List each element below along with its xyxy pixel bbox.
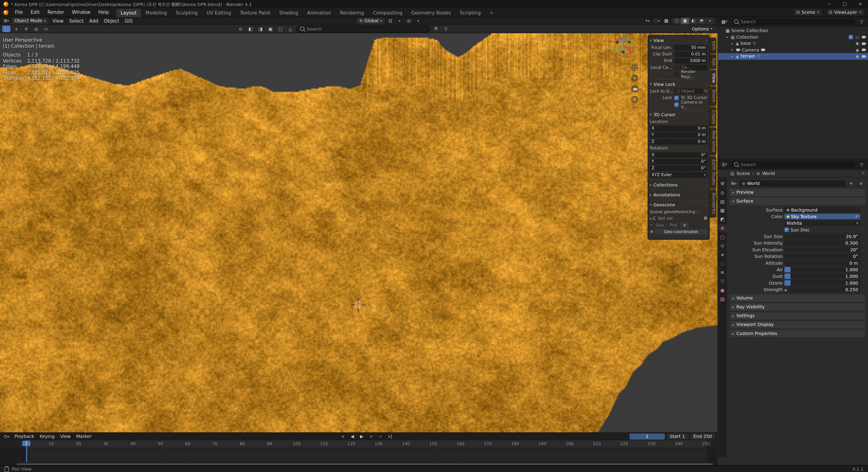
- blender-menu-icon[interactable]: [3, 10, 8, 15]
- panel-grip-icon[interactable]: ⠿: [705, 113, 708, 117]
- xray-toggle-icon[interactable]: ▩: [662, 18, 671, 24]
- timeline-menu-view[interactable]: View: [57, 434, 73, 439]
- sun-disc-checkbox[interactable]: ✓: [784, 228, 789, 232]
- panel-annotations-header[interactable]: ▸ Annotations ⠿: [650, 191, 708, 198]
- prop-value-air[interactable]: 1.000: [784, 267, 860, 273]
- gis-layer-icon-5[interactable]: △: [286, 26, 294, 32]
- editor-type-icon[interactable]: ⊞▾: [2, 18, 11, 24]
- gis-layer-icon-1[interactable]: ◧: [246, 26, 255, 32]
- jump-to-end-button[interactable]: »|: [386, 433, 394, 440]
- viewlayer-selector[interactable]: ▥ ViewLayer ×: [826, 8, 865, 16]
- workspace-tab-compositing[interactable]: Compositing: [368, 8, 407, 17]
- prop-value-ozone[interactable]: 1.000: [784, 280, 860, 286]
- eye-icon[interactable]: ◉: [856, 54, 859, 59]
- panel-viewport-display[interactable]: ▸Viewport Display: [730, 321, 865, 328]
- eye-icon[interactable]: ◉: [856, 48, 859, 53]
- workspace-tab-scripting[interactable]: Scripting: [456, 8, 485, 17]
- geo-coordinates-button[interactable]: Geo-coordinates: [655, 229, 707, 234]
- properties-filter-icon[interactable]: ▽: [857, 161, 866, 168]
- color-texture-button[interactable]: Sky Texture ×: [784, 214, 860, 220]
- menu-render[interactable]: Render: [43, 8, 68, 17]
- animate-decorator[interactable]: ·: [862, 287, 865, 292]
- play-button[interactable]: »: [367, 433, 375, 440]
- shading-wireframe-icon[interactable]: ○: [673, 18, 681, 24]
- pan-hand-button[interactable]: ✛: [631, 75, 638, 82]
- animate-decorator[interactable]: ·: [862, 280, 865, 285]
- close-button[interactable]: ×: [852, 0, 868, 8]
- npanel-tab-create[interactable]: Create: [709, 106, 716, 127]
- eyedropper-icon[interactable]: ✎: [704, 89, 707, 93]
- panel-preview[interactable]: ▸ Preview: [730, 189, 865, 196]
- proj-button[interactable]: Proj: [667, 222, 680, 228]
- animate-decorator[interactable]: ·: [862, 241, 865, 246]
- screen-icon[interactable]: ▭: [855, 35, 859, 40]
- outliner-row-collection[interactable]: ▸▤Collection✓▭: [718, 34, 868, 40]
- animate-decorator[interactable]: ·: [862, 234, 865, 239]
- animate-decorator[interactable]: ·: [862, 227, 865, 232]
- cursor-location-x-field[interactable]: X0 m: [650, 125, 708, 131]
- lock-3d-cursor-checkbox[interactable]: ✓: [674, 95, 679, 100]
- unlink-scene-icon[interactable]: ×: [817, 10, 820, 14]
- camera-view-button[interactable]: [631, 85, 638, 92]
- unlink-world-button[interactable]: ×: [857, 180, 865, 187]
- move-tool-icon[interactable]: ✛: [22, 26, 31, 32]
- play-reverse-button[interactable]: ▶: [358, 433, 366, 440]
- local-camera-checkbox[interactable]: [674, 65, 679, 70]
- rotation-order-dropdown[interactable]: XYZ Euler▾: [650, 172, 708, 177]
- expand-caret-icon[interactable]: ▸: [730, 54, 734, 59]
- cursor-location-z-field[interactable]: Z0 m: [650, 138, 708, 144]
- properties-tab-material[interactable]: ●: [718, 286, 727, 294]
- properties-tab-scene[interactable]: ◩: [718, 215, 727, 223]
- properties-search-input[interactable]: Search: [731, 161, 855, 167]
- prop-value-strength[interactable]: 0.250: [789, 287, 860, 292]
- eye-icon[interactable]: ◉: [856, 41, 859, 46]
- rotate-tool-icon[interactable]: ◎: [32, 26, 40, 32]
- menu-window[interactable]: Window: [68, 8, 94, 17]
- menu-help[interactable]: Help: [94, 8, 113, 17]
- viewport-menu-select[interactable]: Select: [66, 18, 86, 24]
- show-gizmo-icon[interactable]: ⌖▾: [643, 18, 652, 24]
- panel-3d-cursor-header[interactable]: ▾ 3D Cursor ⠿: [650, 111, 708, 118]
- snap-magnet-icon[interactable]: Ω: [386, 18, 394, 24]
- properties-tab-output[interactable]: ▤: [718, 197, 727, 205]
- panel-view-header[interactable]: ▾ View ⠿: [650, 37, 708, 43]
- pin-icon[interactable]: ⊙: [862, 171, 865, 176]
- current-frame-field[interactable]: 1: [629, 434, 665, 440]
- world-name-field[interactable]: ⊕ World: [740, 180, 845, 187]
- zoom-button[interactable]: [631, 64, 638, 71]
- timeline-editor-type-icon[interactable]: ◷▾: [2, 433, 11, 440]
- gis-layer-icon-4[interactable]: □: [276, 26, 285, 32]
- workspace-tab-layout[interactable]: Layout: [116, 8, 141, 17]
- properties-tab-world[interactable]: ⊕: [718, 224, 727, 232]
- outliner-search-input[interactable]: Search: [731, 19, 855, 25]
- maximize-button[interactable]: □: [837, 0, 852, 8]
- navigation-gizmo[interactable]: [612, 34, 634, 57]
- sky-model-dropdown[interactable]: Nishita ▾: [784, 220, 860, 226]
- panel-geoscene-header[interactable]: ▾ Geoscene ⠿: [650, 201, 708, 208]
- properties-tab-object-data[interactable]: ▽: [718, 277, 727, 285]
- properties-tab-texture[interactable]: ▨: [718, 295, 727, 303]
- add-crs-button[interactable]: +: [681, 222, 688, 228]
- workspace-tab-geometry-nodes[interactable]: Geometry Nodes: [407, 8, 456, 17]
- bookmark-icon[interactable]: ⧉: [432, 26, 440, 32]
- gis-layer-icon-3[interactable]: ▣: [266, 26, 275, 32]
- panel-grip-icon[interactable]: ⠿: [705, 193, 708, 197]
- outliner-row-camera[interactable]: ▸Camera◉: [718, 47, 868, 53]
- timeline-ruler[interactable]: 1020304050607080901001101201301401501601…: [0, 440, 717, 448]
- transform-orientation-dropdown[interactable]: ⊕ Global▾: [356, 18, 385, 24]
- lock-to-object-field[interactable]: ▢ Object: [674, 88, 703, 94]
- panel-grip-icon[interactable]: ⠿: [705, 183, 708, 187]
- properties-tab-tool[interactable]: ⚒: [718, 180, 727, 188]
- viewport-menu-gis[interactable]: GIS: [122, 18, 135, 24]
- add-workspace-button[interactable]: +: [485, 8, 498, 17]
- expand-caret-icon[interactable]: ▸: [730, 48, 734, 52]
- breadcrumb-scene[interactable]: Scene: [737, 171, 750, 176]
- surface-shader-button[interactable]: Background: [784, 207, 860, 213]
- scale-tool-icon[interactable]: ▭: [42, 26, 51, 32]
- shading-rendered-icon[interactable]: ◓: [698, 18, 706, 24]
- new-world-button[interactable]: +: [847, 180, 855, 187]
- clip-end-field[interactable]: 1000 m: [674, 58, 708, 63]
- workspace-tab-modeling[interactable]: Modeling: [141, 8, 171, 17]
- focal-length-field[interactable]: 50 mm: [674, 44, 708, 50]
- shading-solid-icon[interactable]: ●: [681, 18, 689, 24]
